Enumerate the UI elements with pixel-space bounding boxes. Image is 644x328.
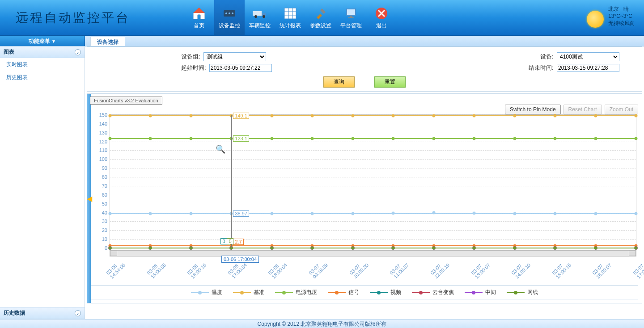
data-point[interactable] <box>351 137 354 140</box>
data-point[interactable] <box>270 114 273 117</box>
sidebar-item-realtime[interactable]: 实时图表 <box>0 58 85 71</box>
y-tick: 0 <box>105 245 107 251</box>
legend-item[interactable]: 网线 <box>507 289 538 296</box>
legend-item[interactable]: 基准 <box>233 289 264 296</box>
data-point[interactable] <box>392 114 395 117</box>
data-point[interactable] <box>351 247 354 250</box>
data-point[interactable] <box>473 137 476 140</box>
svg-point-3 <box>232 13 233 14</box>
sidebar-panel-history-data[interactable]: 历史数据 ⌄ <box>0 307 85 319</box>
data-point[interactable] <box>109 212 112 215</box>
data-point[interactable] <box>554 247 557 250</box>
data-point[interactable] <box>432 211 435 214</box>
data-point[interactable] <box>513 137 516 140</box>
data-point[interactable] <box>149 114 152 117</box>
y-tick: 140 <box>99 121 107 126</box>
data-point[interactable] <box>594 212 597 215</box>
data-point[interactable] <box>149 247 152 250</box>
data-point[interactable] <box>189 137 192 140</box>
data-point[interactable] <box>635 114 638 117</box>
nav-item-grid[interactable]: 统计报表 <box>275 0 305 36</box>
data-point[interactable] <box>109 114 112 117</box>
device-select[interactable]: 4100测试 <box>557 52 619 61</box>
svg-point-2 <box>229 13 230 14</box>
data-point[interactable] <box>351 114 354 117</box>
chart-side-handle[interactable]: ◀ <box>87 94 91 303</box>
legend-item[interactable]: 中间 <box>465 289 496 296</box>
weather-wind: 无持续风向 <box>608 20 635 27</box>
nav-item-truck[interactable]: 车辆监控 <box>245 0 275 36</box>
nav-label: 参数设置 <box>310 22 331 29</box>
legend-item[interactable]: 云台变焦 <box>412 289 454 296</box>
nav-item-device[interactable]: 设备监控 <box>214 0 245 36</box>
data-point[interactable] <box>635 247 638 250</box>
data-point[interactable] <box>109 137 112 140</box>
data-point[interactable] <box>109 247 112 250</box>
data-point[interactable] <box>432 114 435 117</box>
query-button[interactable]: 查询 <box>323 76 355 88</box>
data-point[interactable] <box>473 247 476 250</box>
device-icon <box>221 6 237 21</box>
data-point[interactable] <box>513 114 516 117</box>
data-point[interactable] <box>311 137 314 140</box>
data-point[interactable] <box>392 137 395 140</box>
data-point[interactable] <box>635 212 638 215</box>
legend-item[interactable]: 信号 <box>328 289 359 296</box>
data-point[interactable] <box>149 212 152 215</box>
data-point[interactable] <box>513 247 516 250</box>
start-time-input[interactable] <box>209 64 272 72</box>
nav-item-home[interactable]: 首页 <box>184 0 214 36</box>
data-point[interactable] <box>270 212 273 215</box>
expand-icon[interactable]: ⌄ <box>75 310 81 316</box>
data-point[interactable] <box>270 137 273 140</box>
collapse-icon[interactable]: ⌄ <box>75 49 81 55</box>
chart-legend: 温度基准电源电压信号视频云台变焦中间网线 <box>91 285 638 300</box>
data-point[interactable] <box>473 114 476 117</box>
sidebar-item-history[interactable]: 历史图表 <box>0 71 85 84</box>
data-point[interactable] <box>554 212 557 215</box>
reset-chart-button[interactable]: Reset Chart <box>564 105 602 114</box>
chart-plot-area[interactable]: 0102030405060708090100110120130140150🔍14… <box>110 114 636 248</box>
x-tick: 03-0716:00:07 <box>591 258 612 279</box>
data-point[interactable] <box>594 137 597 140</box>
data-point[interactable] <box>311 247 314 250</box>
sidebar-panel-charts[interactable]: 图表 ⌄ <box>0 46 85 58</box>
data-point[interactable] <box>270 247 273 250</box>
nav-item-monitor[interactable]: 平台管理 <box>336 0 366 36</box>
legend-item[interactable]: 温度 <box>191 289 222 296</box>
pin-mode-button[interactable]: Switch to Pin Mode <box>505 105 561 114</box>
chart-scrollbar[interactable] <box>110 250 636 257</box>
legend-item[interactable]: 视频 <box>370 289 401 296</box>
grid-icon <box>282 6 298 21</box>
data-point[interactable] <box>594 247 597 250</box>
data-point[interactable] <box>311 114 314 117</box>
data-point[interactable] <box>189 212 192 215</box>
x-tick: 03-0618:00:04 <box>267 258 288 279</box>
data-point[interactable] <box>189 114 192 117</box>
zoom-cursor-icon: 🔍 <box>216 144 225 154</box>
legend-item[interactable]: 电源电压 <box>275 289 317 296</box>
end-time-input[interactable] <box>557 64 619 72</box>
data-point[interactable] <box>392 247 395 250</box>
data-point[interactable] <box>554 137 557 140</box>
svg-rect-4 <box>253 11 262 16</box>
sidebar-menu-header[interactable]: 功能菜单 <box>0 36 85 46</box>
data-point[interactable] <box>149 137 152 140</box>
nav-item-tools[interactable]: 参数设置 <box>305 0 336 36</box>
reset-button[interactable]: 重置 <box>374 76 406 88</box>
data-point[interactable] <box>473 211 476 214</box>
data-point[interactable] <box>594 114 597 117</box>
data-point[interactable] <box>189 247 192 250</box>
zoom-out-button[interactable]: Zoom Out <box>605 105 638 114</box>
data-point[interactable] <box>635 137 638 140</box>
data-point[interactable] <box>513 212 516 215</box>
nav-item-exit[interactable]: 退出 <box>366 0 397 36</box>
device-group-select[interactable]: 测试组 <box>203 52 266 61</box>
data-point[interactable] <box>554 114 557 117</box>
data-point[interactable] <box>432 247 435 250</box>
data-point[interactable] <box>392 211 395 214</box>
tab-device-select[interactable]: 设备选择 <box>90 37 125 46</box>
data-point[interactable] <box>351 212 354 215</box>
data-point[interactable] <box>311 212 314 215</box>
data-point[interactable] <box>432 137 435 140</box>
